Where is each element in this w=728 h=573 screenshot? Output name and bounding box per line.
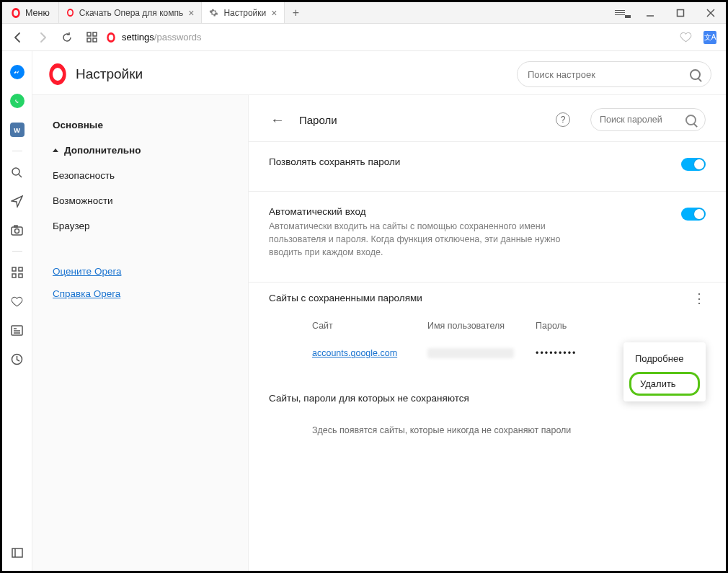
auto-signin-row[interactable]: Автоматический вход Автоматически входит… bbox=[269, 192, 706, 276]
close-icon[interactable]: × bbox=[188, 7, 194, 19]
messenger-icon[interactable] bbox=[9, 64, 25, 80]
svg-rect-5 bbox=[93, 32, 97, 36]
saved-sites-heading: Сайты с сохраненными паролями ⋮ bbox=[269, 293, 706, 303]
reload-button[interactable] bbox=[57, 27, 77, 48]
chevron-up-icon bbox=[53, 148, 58, 152]
news-icon[interactable] bbox=[9, 322, 25, 338]
menu-details[interactable]: Подробнее bbox=[623, 347, 706, 370]
opera-icon bbox=[107, 32, 115, 43]
section-title: Пароли bbox=[299, 114, 543, 126]
bookmark-icon[interactable] bbox=[675, 27, 696, 48]
divider bbox=[12, 251, 22, 252]
username-redacted bbox=[427, 348, 514, 358]
back-arrow-button[interactable]: ← bbox=[269, 112, 286, 128]
settings-nav: Основные Дополнительно Безопасность Возм… bbox=[32, 94, 249, 571]
close-icon[interactable]: × bbox=[271, 7, 277, 19]
search-icon bbox=[690, 69, 701, 80]
password-masked: ••••••••• bbox=[536, 348, 622, 358]
camera-icon[interactable] bbox=[9, 222, 25, 238]
opera-menu-button[interactable]: Меню bbox=[2, 2, 59, 23]
send-icon[interactable] bbox=[9, 193, 25, 209]
history-icon[interactable] bbox=[9, 351, 25, 367]
search-icon[interactable] bbox=[9, 164, 25, 180]
url-host: settings bbox=[122, 32, 154, 43]
row-context-menu: Подробнее Удалить bbox=[623, 342, 706, 401]
speed-dial-button[interactable] bbox=[81, 27, 102, 48]
password-row[interactable]: accounts.google.com ••••••••• Подробнее … bbox=[269, 338, 706, 368]
maximize-button[interactable] bbox=[665, 2, 696, 24]
nav-security[interactable]: Безопасность bbox=[50, 163, 236, 188]
svg-point-12 bbox=[15, 228, 19, 233]
svg-rect-13 bbox=[14, 226, 17, 227]
svg-marker-10 bbox=[12, 196, 22, 207]
passwords-search[interactable] bbox=[590, 108, 706, 131]
settings-content: ← Пароли ? Позволять сохранять пароли bbox=[249, 94, 726, 571]
new-tab-button[interactable]: + bbox=[285, 2, 306, 23]
nav-basic[interactable]: Основные bbox=[50, 112, 236, 138]
vk-icon[interactable]: w bbox=[9, 122, 25, 138]
opera-icon bbox=[67, 9, 74, 17]
auto-signin-desc: Автоматически входить на сайты с помощью… bbox=[269, 220, 572, 259]
site-link[interactable]: accounts.google.com bbox=[312, 348, 427, 358]
nav-rate-opera[interactable]: Оцените Opera bbox=[50, 260, 236, 283]
settings-header: Настройки bbox=[32, 51, 726, 94]
svg-rect-4 bbox=[87, 32, 91, 36]
back-button[interactable] bbox=[8, 27, 28, 48]
nav-features[interactable]: Возможности bbox=[50, 188, 236, 213]
table-header: Сайт Имя пользователя Пароль bbox=[269, 314, 706, 338]
settings-search-input[interactable] bbox=[528, 69, 683, 80]
gear-icon bbox=[209, 8, 218, 17]
col-pass: Пароль bbox=[536, 321, 622, 331]
easy-setup-button[interactable] bbox=[605, 2, 635, 24]
menu-label: Меню bbox=[25, 8, 50, 18]
tab-1[interactable]: Настройки × bbox=[202, 2, 285, 23]
col-site: Сайт bbox=[312, 321, 427, 331]
svg-rect-23 bbox=[12, 548, 22, 557]
nav-advanced-label: Дополнительно bbox=[64, 145, 141, 156]
allow-save-label: Позволять сохранять пароли bbox=[269, 156, 670, 167]
nav-help-opera[interactable]: Справка Opera bbox=[50, 283, 236, 305]
forward-button[interactable] bbox=[32, 27, 53, 48]
nav-browser[interactable]: Браузер bbox=[50, 213, 236, 239]
svg-line-9 bbox=[19, 174, 22, 177]
divider bbox=[12, 151, 22, 151]
col-user: Имя пользователя bbox=[427, 321, 536, 331]
svg-rect-14 bbox=[12, 267, 16, 271]
apps-icon[interactable] bbox=[9, 265, 25, 280]
sidebar-rail: w bbox=[2, 51, 32, 571]
svg-rect-6 bbox=[87, 38, 91, 42]
never-save-empty: Здесь появятся сайты, которые никогда не… bbox=[269, 414, 706, 447]
translate-icon[interactable]: 文A bbox=[700, 27, 720, 48]
minimize-button[interactable] bbox=[635, 2, 665, 24]
svg-rect-15 bbox=[19, 267, 22, 271]
svg-rect-11 bbox=[12, 227, 22, 235]
nav-advanced[interactable]: Дополнительно bbox=[50, 138, 236, 163]
tab-title: Настройки bbox=[223, 8, 266, 18]
whatsapp-icon[interactable] bbox=[9, 93, 25, 109]
tab-title: Скачать Опера для компь bbox=[79, 8, 183, 18]
expand-rail-icon[interactable] bbox=[9, 545, 25, 561]
heart-icon[interactable] bbox=[9, 293, 25, 309]
address-bar[interactable]: settings/passwords bbox=[106, 27, 671, 48]
svg-rect-17 bbox=[19, 274, 22, 277]
svg-rect-16 bbox=[12, 274, 16, 277]
svg-rect-1 bbox=[678, 9, 684, 16]
passwords-search-input[interactable] bbox=[600, 115, 680, 125]
allow-save-passwords-row[interactable]: Позволять сохранять пароли bbox=[269, 142, 706, 185]
settings-search[interactable] bbox=[517, 61, 711, 87]
window-controls bbox=[605, 2, 726, 23]
url-path: /passwords bbox=[154, 32, 202, 43]
help-icon[interactable]: ? bbox=[556, 112, 570, 127]
close-window-button[interactable] bbox=[696, 2, 726, 24]
svg-rect-7 bbox=[93, 38, 97, 42]
page-title: Настройки bbox=[76, 66, 517, 82]
menu-delete[interactable]: Удалить bbox=[629, 372, 700, 396]
tab-0[interactable]: Скачать Опера для компь × bbox=[59, 2, 203, 23]
auto-signin-toggle[interactable] bbox=[681, 208, 706, 221]
titlebar: Меню Скачать Опера для компь × Настройки… bbox=[2, 2, 726, 24]
toolbar: settings/passwords 文A bbox=[2, 24, 726, 51]
more-icon[interactable]: ⋮ bbox=[693, 294, 706, 303]
auto-signin-title: Автоматический вход bbox=[269, 206, 670, 217]
allow-save-toggle[interactable] bbox=[681, 158, 706, 171]
opera-logo-icon bbox=[49, 63, 66, 85]
